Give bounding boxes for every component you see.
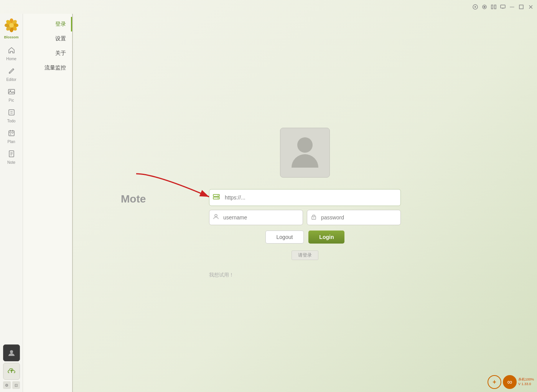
plan-label: Plan [7,140,15,144]
svg-rect-6 [501,5,505,8]
credentials-row [209,210,401,225]
svg-rect-39 [213,197,219,199]
server-icon [213,193,220,202]
editor-icon [8,67,15,77]
svg-point-1 [474,6,476,8]
watermark: + ∞ 杀机100% V 1.33.0 [488,375,534,389]
svg-point-45 [313,217,314,218]
form-inputs: Mote [209,189,401,278]
maximize-button[interactable] [518,3,525,10]
svg-point-19 [9,23,14,28]
svg-rect-9 [519,5,523,9]
note-label: Note [7,160,15,165]
avatar-head [297,137,313,153]
user-icon [213,214,219,221]
svg-rect-20 [8,89,15,94]
sidebar-item-plan[interactable]: Plan [2,127,21,147]
editor-label: Editor [6,77,16,82]
username-input-wrap [209,210,303,225]
sidebar-item-todo[interactable]: Todo [2,106,21,126]
svg-rect-38 [213,194,219,196]
user-avatar-button[interactable] [3,344,20,361]
menu-item-traffic[interactable]: 流量监控 [23,61,72,75]
watermark-brand: ∞ [503,375,517,389]
svg-rect-4 [491,5,493,9]
sidebar-item-note[interactable]: Note [2,147,21,167]
svg-point-3 [484,6,486,8]
watermark-plus: + [488,375,501,389]
svg-rect-5 [494,5,496,9]
svg-point-41 [218,198,219,198]
note-icon [8,150,15,160]
layout-small-button[interactable]: ⊡ [12,381,20,389]
app-logo [3,17,20,34]
menu-item-login[interactable]: 登录 [23,17,72,31]
username-input[interactable] [209,210,303,225]
trial-link[interactable]: 我想试用！ [209,272,401,278]
todo-icon [8,109,15,118]
sidebar-item-home[interactable]: Home [2,44,21,64]
svg-point-37 [10,350,13,353]
mote-label: Mote [121,193,146,205]
columns-icon[interactable] [490,3,497,10]
display-icon[interactable] [499,3,506,10]
login-container: Mote [209,128,401,278]
password-input[interactable] [307,210,401,225]
login-button[interactable]: Login [308,231,344,244]
plan-icon [8,129,15,139]
user-avatar [280,128,330,178]
svg-rect-26 [9,131,14,136]
svg-point-40 [218,195,219,196]
close-button[interactable]: ✕ [527,3,534,10]
password-input-wrap [307,210,401,225]
record-icon[interactable] [481,3,488,10]
buttons-row: Logout Login [209,231,401,244]
main-content: Mote [73,14,537,392]
avatar-person [292,137,318,168]
sidebar-item-editor[interactable]: Editor [2,64,21,84]
settings-small-button[interactable]: ⚙ [3,381,11,389]
home-label: Home [6,57,16,61]
logout-button[interactable]: Logout [265,231,304,244]
watermark-info: 杀机100% V 1.33.0 [518,377,534,386]
todo-label: Todo [7,119,16,123]
monitor-icon[interactable] [472,3,479,10]
menu-item-settings[interactable]: 设置 [23,31,72,46]
menu-sidebar: 登录 设置 关于 流量监控 [23,14,73,392]
avatar-body [292,154,318,168]
url-input[interactable] [209,189,401,206]
pic-label: Pic [9,98,14,102]
svg-rect-22 [9,110,14,115]
status-bar: 请登录 [209,250,401,260]
titlebar: ─ ✕ [0,0,537,14]
lock-icon [311,214,317,221]
app-name-label: Blossom [4,35,18,39]
upload-button[interactable] [3,363,20,380]
sidebar-icons: Blossom Home Editor Pic [0,14,23,392]
pic-icon [8,88,15,97]
bottom-mini-buttons: ⚙ ⊡ [3,381,20,389]
sidebar-item-pic[interactable]: Pic [2,85,21,105]
svg-point-43 [215,214,217,217]
minimize-button[interactable]: ─ [509,3,516,10]
titlebar-controls: ─ ✕ [472,3,534,10]
url-input-wrap: Mote [209,189,401,206]
home-icon [8,46,15,56]
status-text: 请登录 [292,250,318,260]
menu-item-about[interactable]: 关于 [23,46,72,61]
sidebar-bottom: ⚙ ⊡ [0,344,23,392]
